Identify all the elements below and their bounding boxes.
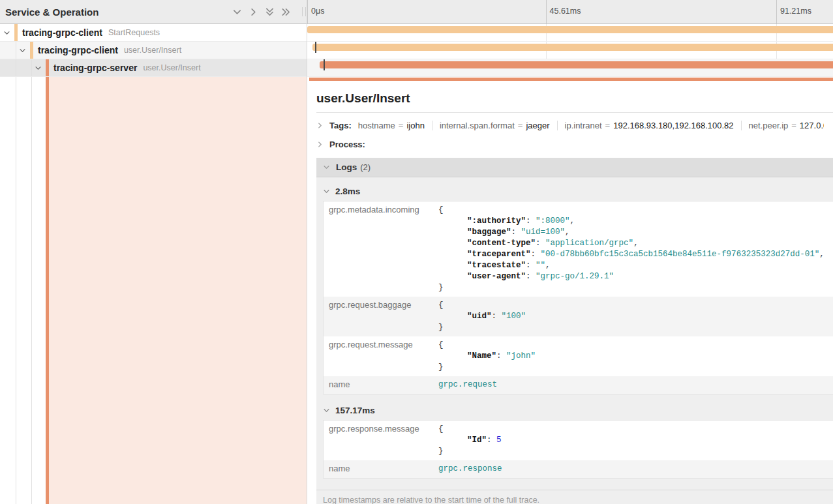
expand-all-icon[interactable] xyxy=(280,7,291,17)
span-row[interactable]: tracing-grpc-clientuser.User/Insert xyxy=(0,42,307,59)
json-colon xyxy=(487,436,496,445)
tag-separator xyxy=(557,121,558,130)
field-value: Namejohn xyxy=(438,336,833,376)
json-line xyxy=(438,300,833,311)
field-key: grpc.request.message xyxy=(324,336,438,376)
tag-key: internal.span.format xyxy=(440,121,515,130)
chevron-down-icon[interactable] xyxy=(19,47,26,54)
json-colon xyxy=(526,216,536,226)
chevron-down-icon[interactable] xyxy=(3,29,10,37)
field-key: name xyxy=(324,460,438,478)
timeline-span-row[interactable] xyxy=(307,42,833,59)
timeline-tick-label: 0μs xyxy=(311,7,324,16)
equals-sign xyxy=(791,121,796,130)
service-operation-title: Service & Operation xyxy=(5,7,98,18)
json-line xyxy=(438,446,833,457)
span-list-header: Service & Operation xyxy=(0,0,307,24)
span-duration-bar[interactable] xyxy=(312,44,833,51)
json-value: grpc-go/1.29.1 xyxy=(536,272,614,281)
tags-list: hostnameijohninternal.span.formatjaegeri… xyxy=(358,121,824,130)
equals-sign xyxy=(518,121,523,130)
json-value: 100 xyxy=(502,312,526,321)
json-line: uid100 xyxy=(438,311,833,322)
timeline-tick-label: 91.21ms xyxy=(780,7,811,16)
tag-separator xyxy=(432,121,432,130)
logs-count: (2) xyxy=(360,162,371,172)
process-label: Process: xyxy=(329,140,365,149)
json-value: :8000 xyxy=(536,216,570,226)
field-value: Id5 xyxy=(438,421,833,460)
timeline-span-row[interactable] xyxy=(307,59,833,77)
collapse-all-icon[interactable] xyxy=(264,7,275,17)
log-fields-table: grpc.metadata.incoming:authority:8000bag… xyxy=(323,201,833,394)
chevron-down-icon[interactable] xyxy=(323,407,330,414)
json-key: :authority xyxy=(467,216,526,226)
expand-one-icon[interactable] xyxy=(248,7,258,17)
json-line xyxy=(438,340,833,351)
span-duration-bar[interactable] xyxy=(320,61,833,68)
key-value-row: grpc.response.messageId5 xyxy=(324,421,833,460)
json-line: Id5 xyxy=(438,435,833,446)
log-entry-header[interactable]: 2.8ms xyxy=(323,186,833,196)
span-names-column: Service & Operation tracing-grpc-clientS… xyxy=(0,0,307,504)
json-colon xyxy=(526,261,536,270)
json-line: traceparent00-d78bb60bfc15c3ca5cb1564be8… xyxy=(438,249,833,260)
log-entry-header[interactable]: 157.17ms xyxy=(323,406,833,415)
chevron-down-icon[interactable] xyxy=(35,65,42,72)
chevron-down-icon[interactable] xyxy=(323,164,330,171)
span-tree: tracing-grpc-clientStartRequeststracing-… xyxy=(0,24,307,77)
logs-header[interactable]: Logs (2) xyxy=(316,158,833,177)
json-line: baggageuid=100 xyxy=(438,227,833,238)
indent-guide xyxy=(31,77,32,504)
span-color-bar xyxy=(14,24,18,41)
logs-label: Logs xyxy=(336,162,357,172)
operation-name: user.User/Insert xyxy=(124,46,181,55)
log-entry: 2.8msgrpc.metadata.incoming:authority:80… xyxy=(323,186,833,394)
indent-guide xyxy=(16,42,16,59)
tag-value: 127.0.0.1 xyxy=(800,121,824,130)
span-row[interactable]: tracing-grpc-clientStartRequests xyxy=(0,24,307,42)
json-comma xyxy=(565,228,570,237)
span-duration-bar[interactable] xyxy=(307,26,833,33)
column-resize-handle[interactable] xyxy=(302,7,306,16)
span-color-bar xyxy=(30,42,33,59)
field-plain-value: grpc.response xyxy=(438,464,502,473)
tag-value: jaeger xyxy=(526,121,549,130)
timeline-tick-line xyxy=(776,0,777,23)
chevron-right-icon[interactable] xyxy=(316,141,324,148)
span-detail-content: user.User/Insert Tags: hostnameijohninte… xyxy=(307,82,833,504)
json-value: 5 xyxy=(496,436,502,445)
chevron-down-icon[interactable] xyxy=(323,188,330,195)
equals-sign xyxy=(605,121,611,130)
tags-summary-row[interactable]: Tags: hostnameijohninternal.span.formatj… xyxy=(316,113,824,134)
indent-guide xyxy=(31,59,32,76)
logs-section: Logs (2) 2.8msgrpc.metadata.incoming:aut… xyxy=(316,158,833,504)
json-colon xyxy=(496,351,506,361)
timeline-tick-line xyxy=(307,0,308,23)
json-key: Id xyxy=(467,436,487,445)
timeline-tick-line xyxy=(546,0,547,23)
tag-key: hostname xyxy=(358,121,395,130)
tags-label: Tags: xyxy=(329,121,352,130)
timeline-span-row[interactable] xyxy=(307,24,833,42)
json-value: uid=100 xyxy=(521,228,566,237)
logs-footer-note: Log timestamps are relative to the start… xyxy=(316,490,833,504)
log-entry: 157.17msgrpc.response.messageId5namegrpc… xyxy=(323,406,833,479)
json-line: tracestate xyxy=(438,260,833,271)
detail-row-left-fill xyxy=(0,77,307,504)
chevron-right-icon[interactable] xyxy=(316,122,324,129)
timeline-column: 0μs45.61ms91.21ms user.User/Insert Tags:… xyxy=(307,0,833,504)
span-log-marker xyxy=(315,42,316,53)
service-name: tracing-grpc-client xyxy=(38,45,118,55)
json-line xyxy=(438,282,833,293)
json-line: Namejohn xyxy=(438,351,833,362)
log-entries: 2.8msgrpc.metadata.incoming:authority:80… xyxy=(323,186,833,479)
json-key: traceparent xyxy=(467,250,531,259)
collapse-one-icon[interactable] xyxy=(232,7,242,17)
span-log-marker xyxy=(324,59,325,70)
json-line xyxy=(438,362,833,373)
span-row-label: tracing-grpc-clientStartRequests xyxy=(22,24,160,41)
process-summary-row[interactable]: Process: xyxy=(316,134,824,152)
span-row[interactable]: tracing-grpc-serveruser.User/Insert xyxy=(0,59,307,77)
tag-value: ijohn xyxy=(406,121,424,130)
